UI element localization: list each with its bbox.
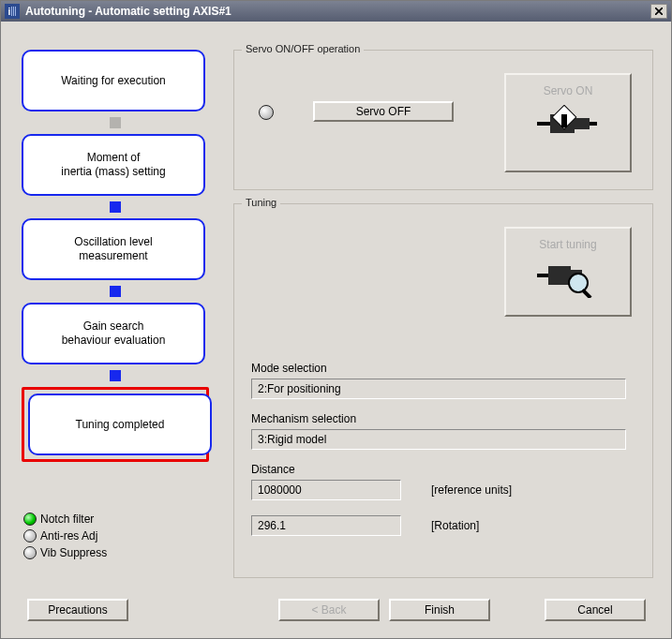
led-icon	[23, 529, 37, 542]
close-button[interactable]	[650, 4, 667, 19]
svg-rect-2	[575, 118, 590, 129]
svg-rect-5	[561, 114, 567, 127]
motor-on-icon	[535, 105, 601, 144]
finish-button[interactable]: Finish	[389, 599, 490, 621]
notch-filter-status: Notch filter	[23, 511, 107, 528]
servo-on-label: Servo ON	[506, 84, 630, 97]
status-label: Anti-res Adj	[40, 529, 97, 542]
mechanism-selection-label: Mechanism selection	[251, 412, 356, 425]
precautions-button[interactable]: Precautions	[27, 599, 128, 621]
servo-off-button[interactable]: Servo OFF	[313, 101, 454, 122]
svg-rect-6	[537, 274, 548, 277]
svg-rect-3	[590, 122, 597, 126]
close-icon	[655, 7, 663, 15]
step-oscillation: Oscillation level measurement	[22, 218, 205, 280]
led-icon	[23, 513, 37, 526]
rotation-value: 296.1	[251, 515, 401, 536]
step-inertia: Moment of inertia (mass) setting	[22, 134, 205, 196]
start-tuning-label: Start tuning	[506, 238, 630, 251]
status-label: Notch filter	[40, 513, 94, 526]
distance-label: Distance	[251, 463, 295, 476]
step-connector	[110, 370, 121, 381]
app-icon: i	[5, 4, 20, 19]
led-icon	[23, 546, 37, 559]
window-title: Autotuning - Automatic setting AXIS#1	[25, 5, 231, 18]
svg-rect-0	[537, 122, 550, 126]
servo-state-led-icon	[259, 105, 274, 120]
distance-unit: [reference units]	[431, 483, 512, 497]
group-legend: Tuning	[242, 197, 280, 208]
mechanism-selection-value: 3:Rigid model	[251, 429, 626, 450]
group-legend: Servo ON/OFF operation	[242, 43, 364, 54]
svg-rect-7	[548, 266, 571, 285]
step-label: Tuning completed	[76, 418, 165, 432]
distance-value: 1080000	[251, 480, 401, 500]
workflow-steps: Waiting for execution Moment of inertia …	[22, 50, 209, 462]
servo-on-button[interactable]: Servo ON	[504, 73, 632, 172]
status-label: Vib Suppress	[40, 546, 107, 559]
tuning-groupbox: Tuning Start tuning Mode selection 2:For…	[233, 203, 653, 578]
client-area: Waiting for execution Moment of inertia …	[1, 22, 671, 638]
button-row: Precautions < Back Finish Cancel	[1, 599, 671, 623]
back-button[interactable]: < Back	[278, 599, 380, 621]
autotuning-window: i Autotuning - Automatic setting AXIS#1 …	[0, 0, 672, 639]
status-indicators: Notch filter Anti-res Adj Vib Suppress	[23, 511, 107, 561]
step-label: Oscillation level measurement	[74, 235, 152, 263]
step-connector	[110, 286, 121, 297]
motor-search-icon	[535, 259, 601, 298]
step-label: Gain search behaviour evaluation	[62, 320, 166, 348]
start-tuning-button[interactable]: Start tuning	[504, 227, 632, 317]
vib-suppress-status: Vib Suppress	[23, 544, 107, 561]
step-completed: Tuning completed	[28, 394, 212, 455]
svg-rect-10	[581, 289, 591, 298]
titlebar: i Autotuning - Automatic setting AXIS#1	[1, 1, 671, 22]
current-step-highlight: Tuning completed	[22, 387, 209, 462]
rotation-unit: [Rotation]	[431, 519, 479, 532]
mode-selection-value: 2:For positioning	[251, 379, 626, 399]
step-label: Moment of inertia (mass) setting	[61, 151, 165, 179]
step-gainsearch: Gain search behaviour evaluation	[22, 303, 205, 364]
servo-groupbox: Servo ON/OFF operation Servo OFF Servo O…	[233, 50, 653, 190]
step-connector	[110, 117, 121, 128]
cancel-button[interactable]: Cancel	[545, 599, 646, 621]
step-connector	[110, 201, 121, 213]
mode-selection-label: Mode selection	[251, 362, 327, 375]
step-waiting: Waiting for execution	[22, 50, 205, 111]
anti-res-status: Anti-res Adj	[23, 528, 107, 544]
step-label: Waiting for execution	[61, 74, 166, 88]
